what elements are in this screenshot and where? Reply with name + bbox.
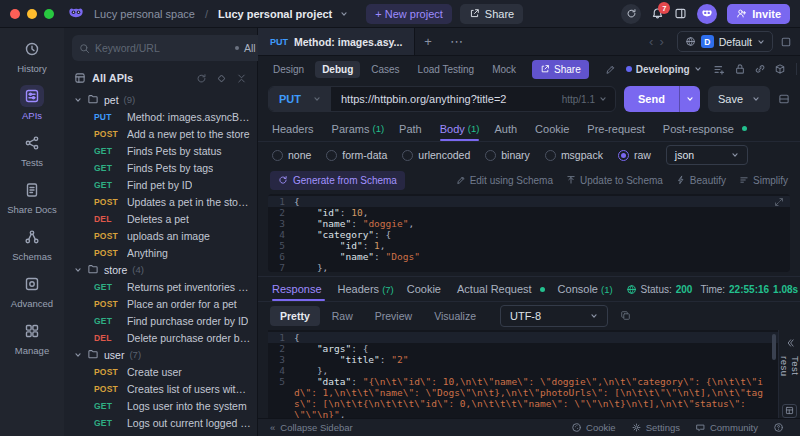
edit-title-pencil-icon[interactable] — [605, 64, 616, 75]
search-box[interactable]: All — [72, 35, 276, 61]
invite-button[interactable]: Invite — [727, 4, 790, 24]
test-results-panel-button[interactable] — [782, 404, 797, 418]
scrollbar-thumb[interactable] — [772, 334, 776, 360]
lock-icon[interactable] — [734, 63, 746, 75]
tree-row[interactable]: Deletes a pet DEL Deletes a pet — [64, 210, 257, 227]
split-view-button[interactable] — [778, 93, 790, 105]
tree-row[interactable]: Updates a pet in the store with f... POS… — [64, 193, 257, 210]
request-tab[interactable]: Cookie — [535, 116, 572, 141]
tree-row[interactable]: user (7) user — [64, 346, 257, 363]
collapse-all-icon[interactable] — [236, 73, 247, 84]
body-type-radio[interactable]: msgpack — [545, 149, 603, 161]
view-tab[interactable]: Raw — [322, 306, 363, 326]
status-bar-item[interactable]: Community — [695, 422, 758, 433]
tree-row[interactable]: Find purchase order by ID GET Find purch… — [64, 312, 257, 329]
test-results-tab[interactable]: Test resu — [779, 356, 800, 396]
sidebar-toggle-button[interactable] — [674, 7, 687, 20]
view-tab[interactable]: Visualize — [424, 306, 486, 326]
url-input[interactable]: https://httpbin.org/anything?title=2 — [331, 93, 562, 105]
tree-row[interactable]: Finds Pets by status GET Finds Pets by s… — [64, 142, 257, 159]
tree-row[interactable]: Find pet by ID GET Find pet by ID — [64, 176, 257, 193]
tab-overflow-button[interactable]: ⋯ — [441, 34, 472, 49]
nav-rail-item[interactable]: Tests — [3, 128, 61, 171]
request-tab[interactable]: Params(1) — [332, 116, 385, 141]
api-fields-icon[interactable] — [713, 63, 726, 76]
beautify-button[interactable]: Beautify — [676, 175, 726, 186]
edit-using-schema-button[interactable]: Edit using Schema — [456, 175, 553, 186]
endpoint-share-button[interactable]: Share — [532, 60, 589, 79]
request-tab[interactable]: Pre-request — [587, 116, 647, 141]
mode-tab[interactable]: Load Testing — [411, 61, 482, 78]
response-tab[interactable]: Headers(7) — [338, 277, 394, 301]
tree-row[interactable]: Method: images.asyncBatchAnn... PUT Meth… — [64, 108, 257, 125]
breadcrumb-project[interactable]: Lucy personal project — [218, 8, 332, 20]
encoding-select[interactable]: UTF-8 — [500, 305, 608, 327]
new-project-button[interactable]: + New project — [366, 4, 452, 24]
tree-row[interactable]: Anything POST Anything — [64, 244, 257, 261]
new-tab-button[interactable]: + — [415, 34, 441, 49]
response-tab[interactable]: Cookie — [407, 277, 444, 301]
view-tab[interactable]: Pretty — [270, 306, 320, 326]
tree-row[interactable]: pet (9) pet — [64, 91, 257, 108]
window-controls[interactable] — [10, 9, 54, 19]
search-input[interactable] — [95, 42, 230, 54]
mode-tab[interactable]: Design — [266, 61, 311, 78]
response-tab[interactable]: Actual Request — [457, 277, 545, 301]
tree-row[interactable]: Delete purchase order by ID DEL Delete p… — [64, 329, 257, 346]
response-tab[interactable]: Response — [272, 277, 325, 301]
mode-tab[interactable]: Debug — [315, 61, 360, 78]
view-tab[interactable]: Preview — [365, 306, 422, 326]
body-type-radio[interactable]: form-data — [326, 149, 387, 161]
folder-chevron-icon[interactable] — [74, 96, 82, 104]
refresh-tree-icon[interactable] — [196, 73, 207, 84]
tree-row[interactable]: store (4) store — [64, 261, 257, 278]
tree-row[interactable]: Logs user into the system GET Logs user … — [64, 397, 257, 414]
tree-row[interactable]: Returns pet inventories by status GET Re… — [64, 278, 257, 295]
expand-panel-double-chevron-icon[interactable] — [785, 338, 795, 348]
mode-tab[interactable]: Mock — [485, 61, 523, 78]
generate-from-schema-button[interactable]: Generate from Schema — [270, 171, 405, 190]
search-filter-select[interactable]: All — [244, 42, 256, 54]
folder-chevron-icon[interactable] — [74, 351, 82, 359]
status-bar-item[interactable]: Cookie — [571, 422, 616, 433]
method-select[interactable]: PUT — [269, 87, 331, 111]
send-options-chevron-icon[interactable] — [686, 95, 694, 103]
response-body-editor[interactable]: 1{2 "args": {3 "title": "2"4 },5 "data":… — [268, 330, 778, 418]
status-selector[interactable]: Developing — [626, 64, 702, 75]
environment-selector[interactable]: D Default — [677, 31, 773, 52]
request-tab[interactable]: Path — [399, 116, 425, 141]
tree-row[interactable]: Creates list of users with given in... P… — [64, 380, 257, 397]
tab-nav-arrows[interactable]: ‹› — [649, 34, 670, 49]
folder-chevron-icon[interactable] — [74, 266, 82, 274]
save-button[interactable]: Save — [708, 86, 770, 112]
tree-row[interactable]: Place an order for a pet POST Place an o… — [64, 295, 257, 312]
tree-row[interactable]: Create user POST Create user — [64, 363, 257, 380]
link-icon[interactable] — [754, 63, 766, 75]
user-avatar[interactable] — [697, 4, 717, 24]
tree-row[interactable]: Add a new pet to the store POST Add a ne… — [64, 125, 257, 142]
nav-rail-item[interactable]: Advanced — [3, 269, 61, 312]
body-type-radio[interactable]: urlencoded — [402, 149, 470, 161]
document-tab[interactable]: PUT Method: images.asy... — [258, 28, 415, 55]
tree-row[interactable]: Finds Pets by tags GET Finds Pets by tag… — [64, 159, 257, 176]
request-tab[interactable]: Auth — [494, 116, 520, 141]
request-tab[interactable]: Body(1) — [440, 116, 480, 141]
copy-response-button[interactable] — [620, 310, 631, 323]
package-icon[interactable] — [774, 63, 786, 75]
raw-format-select[interactable]: json — [666, 145, 748, 165]
status-bar-item[interactable]: Settings — [631, 422, 680, 433]
body-type-radio[interactable]: none — [272, 149, 311, 161]
maximize-window-button[interactable] — [44, 9, 54, 19]
send-button[interactable]: Send — [624, 86, 700, 112]
request-tab[interactable]: Post-response — [663, 116, 747, 141]
collapse-sidebar-button[interactable]: « Collapse Sidebar — [270, 422, 353, 433]
simplify-button[interactable]: Simplify — [739, 175, 788, 186]
update-to-schema-button[interactable]: Update to Schema — [566, 175, 663, 186]
notifications-button[interactable]: 7 — [651, 7, 664, 20]
mode-tab[interactable]: Cases — [364, 61, 406, 78]
nav-rail-item[interactable]: Manage — [3, 316, 61, 359]
save-options-chevron-icon[interactable] — [752, 95, 760, 103]
nav-rail-item[interactable]: Schemas — [3, 222, 61, 265]
nav-rail-item[interactable]: History — [3, 34, 61, 77]
project-switcher-chevron-icon[interactable] — [340, 10, 348, 18]
